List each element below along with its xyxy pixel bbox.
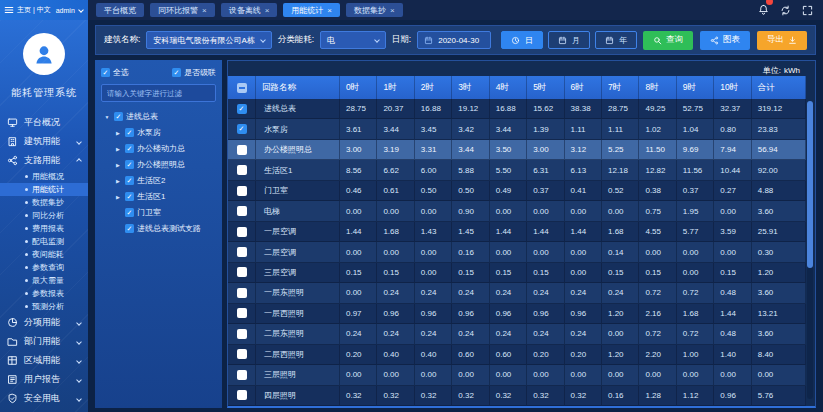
caret-down-icon[interactable]: ▼ [103, 114, 111, 120]
close-icon[interactable]: × [265, 6, 270, 15]
building-select[interactable]: 安科瑞电气股份有限公司A栋 [146, 31, 271, 49]
table-row[interactable]: 四层照明 0.320.320.320.320.320.320.320.161.2… [228, 386, 806, 406]
close-icon[interactable]: × [327, 6, 332, 15]
scrollbar-thumb[interactable] [807, 101, 813, 268]
sidebar-subitem[interactable]: 参数查询 [0, 261, 88, 274]
tab[interactable]: 用能统计 × [283, 3, 340, 17]
row-checkbox[interactable] [237, 370, 247, 380]
sidebar-subitem[interactable]: 夜间能耗 [0, 248, 88, 261]
column-header[interactable]: 10时 [714, 76, 751, 99]
sidebar-subitem[interactable]: 最大需量 [0, 274, 88, 287]
table-row[interactable]: ✓ 进线总表 28.7520.3716.8819.1216.8815.6238.… [228, 99, 806, 119]
column-header[interactable]: 5时 [527, 76, 564, 99]
sidebar-item[interactable] [0, 408, 88, 412]
table-row[interactable]: 一层东照明 0.000.240.240.240.240.240.240.240.… [228, 283, 806, 303]
row-checkbox[interactable]: ✓ [237, 124, 247, 134]
table-row[interactable]: 电梯 0.000.000.000.900.000.000.000.000.751… [228, 201, 806, 221]
tab[interactable]: 数据集抄 × [346, 3, 403, 17]
close-icon[interactable]: × [202, 6, 207, 15]
select-all-rows-checkbox[interactable] [237, 83, 247, 93]
table-row[interactable]: ✓ 水泵房 3.613.443.453.423.441.391.111.111.… [228, 119, 806, 139]
sidebar-item[interactable]: 安全用电 [0, 389, 88, 408]
sidebar-item[interactable]: 用户报告 [0, 370, 88, 389]
sidebar-subitem[interactable]: 数据集抄 [0, 196, 88, 209]
row-checkbox[interactable] [237, 288, 247, 298]
sidebar-subitem[interactable]: 同比分析 [0, 209, 88, 222]
tree-node[interactable]: ▼ ✓ 进线总表 [101, 111, 216, 122]
sidebar-item[interactable]: 部门用能 [0, 332, 88, 351]
row-checkbox[interactable]: ✓ [237, 104, 247, 114]
node-checkbox[interactable]: ✓ [114, 112, 123, 121]
row-checkbox[interactable] [237, 349, 247, 359]
row-checkbox[interactable] [237, 329, 247, 339]
node-checkbox[interactable]: ✓ [125, 128, 134, 137]
table-row[interactable]: 生活区1 8.566.626.005.885.506.316.1312.1812… [228, 160, 806, 180]
column-header[interactable]: 9时 [677, 76, 714, 99]
tree-node[interactable]: ✓ 进线总表测试支路 [101, 223, 216, 234]
range-button[interactable]: 年 [595, 31, 637, 49]
category-select[interactable]: 电 [320, 31, 386, 49]
column-header[interactable]: 回路名称 [256, 76, 340, 99]
column-header[interactable]: 4时 [490, 76, 527, 99]
row-checkbox[interactable] [237, 165, 247, 175]
query-button[interactable]: 查询 [643, 31, 693, 50]
sidebar-subitem[interactable]: 配电监测 [0, 235, 88, 248]
row-checkbox[interactable] [237, 247, 247, 257]
column-header[interactable]: 6时 [565, 76, 602, 99]
column-header[interactable]: 3时 [452, 76, 489, 99]
row-checkbox[interactable] [237, 390, 247, 400]
caret-right-icon[interactable]: ▶ [114, 146, 122, 152]
row-checkbox[interactable] [237, 145, 247, 155]
column-header[interactable]: 1时 [377, 76, 414, 99]
home-language-link[interactable]: 主页 | 中文 [17, 5, 51, 15]
row-checkbox[interactable] [237, 308, 247, 318]
column-header[interactable]: 2时 [415, 76, 452, 99]
table-row[interactable]: 门卫室 0.460.610.500.500.490.370.410.520.38… [228, 181, 806, 201]
user-menu[interactable]: admin [56, 7, 75, 14]
tree-node[interactable]: ▶ ✓ 生活区2 [101, 175, 216, 186]
sidebar-item[interactable]: 支路用能 [0, 151, 88, 170]
node-checkbox[interactable]: ✓ [125, 192, 134, 201]
node-checkbox[interactable]: ✓ [125, 208, 134, 217]
caret-right-icon[interactable]: ▶ [114, 194, 122, 200]
row-checkbox[interactable] [237, 186, 247, 196]
table-row[interactable]: 二层东照明 0.240.240.240.240.240.240.240.000.… [228, 324, 806, 344]
node-checkbox[interactable]: ✓ [125, 224, 134, 233]
column-header[interactable]: 8时 [639, 76, 676, 99]
notification-button[interactable] [758, 1, 769, 19]
table-row[interactable]: 一层西照明 0.970.960.960.960.960.960.961.202.… [228, 304, 806, 324]
table-row[interactable]: 办公楼照明总 3.003.193.313.443.503.003.125.251… [228, 140, 806, 160]
tree-node[interactable]: ▶ ✓ 办公楼动力总 [101, 143, 216, 154]
sidebar-subitem[interactable]: 用能概况 [0, 170, 88, 183]
cascade-toggle[interactable]: ✓ 是否级联 [172, 67, 216, 78]
chart-button[interactable]: 图表 [700, 31, 750, 50]
table-row[interactable]: 二层西照明 0.200.400.400.600.600.200.201.202.… [228, 345, 806, 365]
column-header[interactable]: 7时 [602, 76, 639, 99]
range-button[interactable]: 月 [548, 31, 590, 49]
table-row[interactable]: 二层空调 0.000.000.000.160.000.000.000.140.0… [228, 242, 806, 262]
caret-right-icon[interactable]: ▶ [114, 162, 122, 168]
tree-search-input[interactable] [101, 84, 216, 102]
avatar[interactable] [23, 33, 65, 75]
node-checkbox[interactable]: ✓ [125, 160, 134, 169]
column-header[interactable]: 0时 [340, 76, 377, 99]
tab[interactable]: 同环比报警 × [150, 3, 215, 17]
tree-node[interactable]: ▶ ✓ 水泵房 [101, 127, 216, 138]
caret-right-icon[interactable]: ▶ [114, 178, 122, 184]
table-row[interactable]: 三层照明 0.000.000.000.000.000.000.000.000.0… [228, 365, 806, 385]
row-checkbox[interactable] [237, 267, 247, 277]
export-button[interactable]: 导出 [757, 31, 807, 50]
row-checkbox[interactable] [237, 206, 247, 216]
tree-node[interactable]: ✓ 门卫室 [101, 207, 216, 218]
row-checkbox[interactable] [237, 227, 247, 237]
sidebar-subitem[interactable]: 预测分析 [0, 300, 88, 313]
fullscreen-icon[interactable] [802, 5, 813, 16]
sidebar-subitem[interactable]: 费用报表 [0, 222, 88, 235]
tab[interactable]: 设备离线 × [221, 3, 278, 17]
sidebar-item[interactable]: 建筑用能 [0, 132, 88, 151]
close-icon[interactable]: × [390, 6, 395, 15]
caret-right-icon[interactable]: ▶ [114, 130, 122, 136]
tab[interactable]: 平台概览 [96, 3, 144, 17]
range-button[interactable]: 日 [501, 31, 543, 49]
sidebar-item[interactable]: 区域用能 [0, 351, 88, 370]
